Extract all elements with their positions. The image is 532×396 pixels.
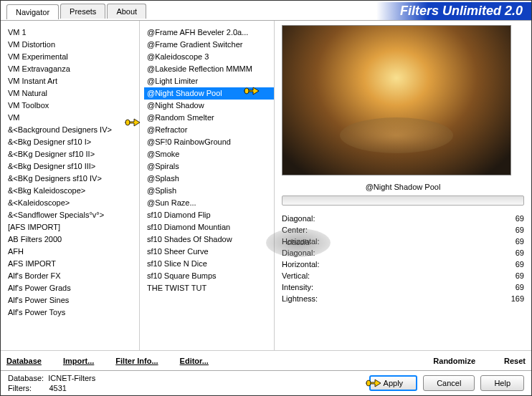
slider-label: Diagonal:	[282, 248, 315, 258]
category-item[interactable]: &<Sandflower Specials°v°>	[5, 209, 139, 221]
filter-item[interactable]: sf10 Square Bumps	[144, 270, 274, 282]
category-item[interactable]: AB Filters 2000	[5, 233, 139, 246]
slider-row[interactable]: Diagonal:69	[282, 213, 524, 224]
category-item[interactable]: VM Distortion	[5, 39, 139, 51]
editor-link[interactable]: Editor...	[180, 357, 209, 365]
slider-row[interactable]: Intensity:69	[282, 281, 524, 293]
slider-label: Lightness:	[282, 294, 318, 304]
slider-label: Intensity:	[282, 282, 313, 292]
category-item[interactable]: &<BKg Designer sf10 II>	[5, 148, 139, 160]
filter-item[interactable]: @Smoke	[144, 148, 274, 160]
main-area: VM 1VM DistortionVM ExperimentalVM Extra…	[1, 21, 531, 350]
category-item[interactable]: VM Natural	[5, 87, 139, 100]
category-item[interactable]: &<BKg Designers sf10 IV>	[5, 173, 139, 185]
slider-row[interactable]: Horizontal:69	[282, 236, 524, 247]
filter-item[interactable]: @SF!0 RainbowGround	[144, 136, 274, 148]
category-item[interactable]: Alf's Border FX	[5, 270, 139, 282]
category-item[interactable]: &<Bkg Designer sf10 I>	[5, 136, 139, 148]
slider-value: 69	[516, 213, 524, 223]
category-item[interactable]: [AFS IMPORT]	[5, 221, 139, 233]
filter-item[interactable]: @Random Smelter	[144, 112, 274, 124]
footer: Database: ICNET-Filters Filters: 4531 Ap…	[1, 370, 531, 395]
database-link[interactable]: Database	[6, 357, 42, 365]
slider-value: 169	[511, 294, 524, 304]
help-button[interactable]: Help	[480, 375, 524, 391]
slider-label: Horizontal:	[282, 259, 320, 269]
filter-item[interactable]: sf10 Sheer Curve	[144, 246, 274, 258]
category-item[interactable]: Alf's Power Sines	[5, 294, 139, 306]
pointer-icon	[243, 84, 260, 97]
sliders-area: Diagonal:69Center:69Horizontal:69Diagona…	[282, 213, 524, 346]
slider-row[interactable]: Vertical:69	[282, 270, 524, 281]
slider-row[interactable]: Horizontal:69	[282, 259, 524, 270]
slider-value: 69	[516, 248, 524, 258]
tab-about[interactable]: About	[107, 4, 146, 19]
filter-item[interactable]: @Spirals	[144, 160, 274, 173]
slider-label: Diagonal:	[282, 213, 315, 223]
footer-buttons: Apply Cancel Help	[369, 375, 524, 391]
slider-label: Horizontal:	[282, 236, 320, 246]
filter-list[interactable]: @Frame AFH Beveler 2.0a...@Frame Gradien…	[144, 24, 274, 347]
reset-link[interactable]: Reset	[504, 357, 526, 365]
filter-item[interactable]: @Splish	[144, 185, 274, 197]
filter-item[interactable]: @Splash	[144, 173, 274, 185]
filter-info-link[interactable]: Filter Info...	[115, 357, 158, 365]
filter-name-label: @Night Shadow Pool	[282, 183, 524, 191]
filter-item[interactable]: sf10 Slice N Dice	[144, 258, 274, 270]
pointer-icon	[124, 115, 141, 128]
footer-info: Database: ICNET-Filters Filters: 4531	[8, 373, 95, 393]
filter-item[interactable]: @Refractor	[144, 124, 274, 136]
category-item[interactable]: &<Bkg Kaleidoscope>	[5, 185, 139, 197]
category-panel: VM 1VM DistortionVM ExperimentalVM Extra…	[1, 21, 140, 350]
app-title: Filters Unlimited 2.0	[273, 2, 531, 20]
filter-item[interactable]: @Sun Raze...	[144, 197, 274, 209]
pointer-icon	[365, 376, 382, 389]
tabs: Navigator Presets About	[6, 4, 148, 19]
progress-bar[interactable]	[282, 195, 524, 206]
filter-item[interactable]: @Kaleidoscope 3	[144, 51, 274, 63]
link-row: Database Import... Filter Info... Editor…	[1, 350, 531, 370]
filter-panel: @Frame AFH Beveler 2.0a...@Frame Gradien…	[140, 21, 275, 350]
tab-presets[interactable]: Presets	[60, 4, 105, 19]
category-item[interactable]: VM Experimental	[5, 51, 139, 63]
filter-item[interactable]: @Night Shadow	[144, 100, 274, 112]
category-item[interactable]: Alf's Power Grads	[5, 282, 139, 294]
category-item[interactable]: VM 1	[5, 26, 139, 39]
filter-item[interactable]: @Lakeside Reflection MMMM	[144, 63, 274, 75]
category-item[interactable]: AFH	[5, 246, 139, 258]
category-item[interactable]: VM Instant Art	[5, 75, 139, 87]
category-item[interactable]: VM Extravaganza	[5, 63, 139, 75]
category-item[interactable]: VM Toolbox	[5, 100, 139, 112]
category-item[interactable]: AFS IMPORT	[5, 258, 139, 270]
cancel-button[interactable]: Cancel	[423, 375, 475, 391]
preview-image	[282, 25, 511, 175]
import-link[interactable]: Import...	[63, 357, 94, 365]
slider-label: Vertical:	[282, 271, 310, 281]
filter-item[interactable]: sf10 Diamond Mountian	[144, 221, 274, 233]
slider-row[interactable]: Center:69	[282, 224, 524, 236]
slider-value: 69	[516, 236, 524, 246]
category-item[interactable]: VM	[5, 112, 139, 124]
category-list[interactable]: VM 1VM DistortionVM ExperimentalVM Extra…	[5, 24, 139, 347]
filter-item[interactable]: @Frame AFH Beveler 2.0a...	[144, 26, 274, 39]
slider-label: Center:	[282, 225, 308, 235]
slider-value: 69	[516, 225, 524, 235]
slider-value: 69	[516, 259, 524, 269]
randomize-link[interactable]: Randomize	[433, 357, 475, 365]
slider-value: 69	[516, 271, 524, 281]
category-item[interactable]: Alf's Power Toys	[5, 306, 139, 319]
preview-panel: @Night Shadow Pool Diagonal:69Center:69H…	[275, 21, 531, 350]
filter-item[interactable]: sf10 Diamond Flip	[144, 209, 274, 221]
category-item[interactable]: &<Bkg Designer sf10 III>	[5, 160, 139, 173]
slider-row[interactable]: Diagonal:69	[282, 247, 524, 259]
filter-item[interactable]: sf10 Shades Of Shadow	[144, 233, 274, 246]
category-item[interactable]: &<Background Designers IV>	[5, 124, 139, 136]
filter-item[interactable]: @Frame Gradient Switcher	[144, 39, 274, 51]
slider-row[interactable]: Lightness:169	[282, 293, 524, 304]
header: Navigator Presets About Filters Unlimite…	[1, 1, 531, 21]
tab-navigator[interactable]: Navigator	[6, 4, 59, 19]
category-item[interactable]: &<Kaleidoscope>	[5, 197, 139, 209]
filter-item[interactable]: THE TWIST TUT	[144, 282, 274, 294]
slider-value: 69	[516, 282, 524, 292]
